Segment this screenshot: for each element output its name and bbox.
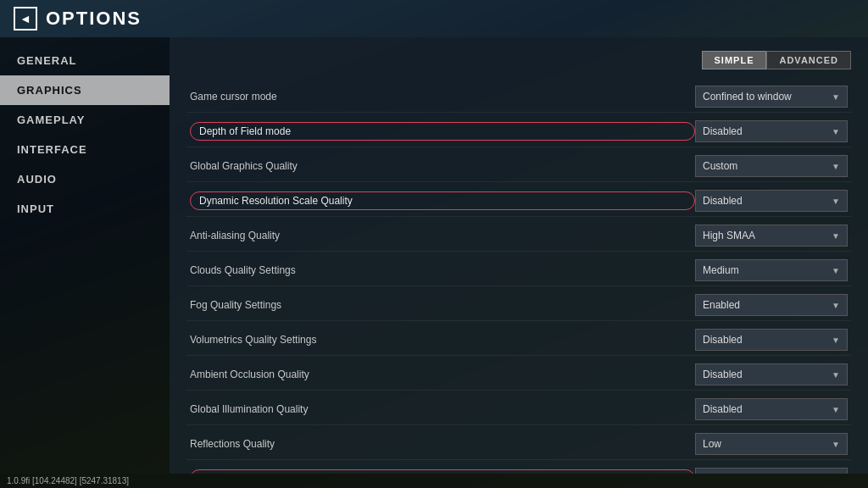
- setting-dropdown[interactable]: Disabled▼: [695, 398, 848, 420]
- setting-dropdown[interactable]: Low▼: [695, 433, 848, 455]
- options-panel: ◄ OPTIONS GENERALGRAPHICSGAMEPLAYINTERFA…: [0, 0, 868, 488]
- chevron-down-icon: ▼: [832, 127, 840, 136]
- dropdown-value: Disabled: [703, 334, 743, 346]
- page-title: OPTIONS: [46, 8, 142, 30]
- setting-row: Global Illumination QualityDisabled▼: [186, 394, 851, 425]
- dropdown-value: Low: [703, 438, 721, 450]
- dropdown-value: Confined to window: [703, 91, 792, 103]
- setting-row: Game cursor modeConfined to window▼: [186, 81, 851, 113]
- setting-row: Volumetrics Quality SettingsDisabled▼: [186, 324, 851, 356]
- title-bar: ◄ OPTIONS: [0, 0, 868, 37]
- dropdown-value: High SMAA: [703, 230, 755, 241]
- chevron-down-icon: ▼: [832, 197, 840, 206]
- setting-label: Fog Quality Settings: [190, 299, 695, 311]
- sidebar-item-audio[interactable]: AUDIO: [0, 164, 170, 194]
- sidebar: GENERALGRAPHICSGAMEPLAYINTERFACEAUDIOINP…: [0, 37, 170, 474]
- setting-row: Reflections QualityLow▼: [186, 429, 851, 460]
- sidebar-item-input[interactable]: INPUT: [0, 194, 170, 224]
- status-text: 1.0.9fi [104.24482] [5247.31813]: [7, 476, 129, 485]
- chevron-down-icon: ▼: [832, 162, 840, 171]
- sidebar-item-gameplay[interactable]: GAMEPLAY: [0, 105, 170, 135]
- setting-label: Depth of Field mode: [190, 122, 695, 141]
- chevron-down-icon: ▼: [832, 440, 840, 449]
- settings-list: Game cursor modeConfined to window▼Depth…: [186, 81, 851, 474]
- setting-label: Game cursor mode: [190, 91, 695, 103]
- sidebar-item-graphics[interactable]: GRAPHICS: [0, 75, 170, 105]
- sidebar-item-general[interactable]: GENERAL: [0, 46, 170, 75]
- dropdown-value: Enabled: [703, 299, 740, 311]
- setting-dropdown[interactable]: Confined to window▼: [695, 86, 848, 108]
- dropdown-value: Disabled: [703, 195, 743, 207]
- setting-dropdown[interactable]: Disabled▼: [695, 363, 848, 385]
- setting-label: Global Illumination Quality: [190, 403, 695, 415]
- content-panel: SIMPLEADVANCED Game cursor modeConfined …: [170, 37, 868, 474]
- setting-dropdown[interactable]: Medium▼: [695, 259, 848, 281]
- setting-label: Anti-aliasing Quality: [190, 230, 695, 241]
- main-content: GENERALGRAPHICSGAMEPLAYINTERFACEAUDIOINP…: [0, 37, 868, 474]
- mode-tab-advanced[interactable]: ADVANCED: [766, 51, 851, 69]
- sidebar-item-interface[interactable]: INTERFACE: [0, 135, 170, 164]
- chevron-down-icon: ▼: [832, 231, 840, 241]
- mode-tab-simple[interactable]: SIMPLE: [702, 51, 767, 69]
- setting-label: Clouds Quality Settings: [190, 264, 695, 276]
- chevron-down-icon: ▼: [832, 405, 840, 414]
- dropdown-value: Medium: [703, 264, 739, 276]
- dropdown-value: Disabled: [703, 125, 743, 137]
- setting-label: Global Graphics Quality: [190, 160, 695, 172]
- setting-row: Dynamic Resolution Scale QualityDisabled…: [186, 186, 851, 217]
- setting-label: Volumetrics Quality Settings: [190, 334, 695, 346]
- setting-dropdown[interactable]: Custom▼: [695, 155, 848, 177]
- setting-dropdown[interactable]: Disabled▼: [695, 120, 848, 142]
- mode-tabs: SIMPLEADVANCED: [186, 51, 851, 69]
- setting-row: Global Graphics QualityCustom▼: [186, 151, 851, 182]
- setting-dropdown[interactable]: Disabled▼: [695, 190, 848, 212]
- chevron-down-icon: ▼: [832, 370, 840, 380]
- dropdown-value: Disabled: [703, 403, 743, 415]
- setting-label: Dynamic Resolution Scale Quality: [190, 191, 695, 210]
- back-button[interactable]: ◄: [14, 7, 37, 30]
- chevron-down-icon: ▼: [832, 266, 840, 275]
- setting-dropdown[interactable]: Disabled▼: [695, 468, 848, 474]
- setting-row: Fog Quality SettingsEnabled▼: [186, 290, 851, 321]
- dropdown-value: Custom: [703, 160, 737, 172]
- setting-label: Reflections Quality: [190, 438, 695, 450]
- setting-dropdown[interactable]: Disabled▼: [695, 329, 848, 351]
- setting-row: Depth of Field QualityDisabled▼: [186, 463, 851, 474]
- setting-dropdown[interactable]: High SMAA▼: [695, 225, 848, 247]
- setting-row: Anti-aliasing QualityHigh SMAA▼: [186, 220, 851, 252]
- setting-row: Depth of Field modeDisabled▼: [186, 116, 851, 147]
- status-bar: 1.0.9fi [104.24482] [5247.31813]: [0, 474, 868, 488]
- chevron-down-icon: ▼: [832, 301, 840, 310]
- chevron-down-icon: ▼: [832, 336, 840, 345]
- setting-row: Ambient Occlusion QualityDisabled▼: [186, 359, 851, 391]
- setting-dropdown[interactable]: Enabled▼: [695, 294, 848, 316]
- dropdown-value: Disabled: [703, 369, 743, 380]
- chevron-down-icon: ▼: [832, 92, 840, 102]
- setting-row: Clouds Quality SettingsMedium▼: [186, 255, 851, 286]
- setting-label: Ambient Occlusion Quality: [190, 369, 695, 380]
